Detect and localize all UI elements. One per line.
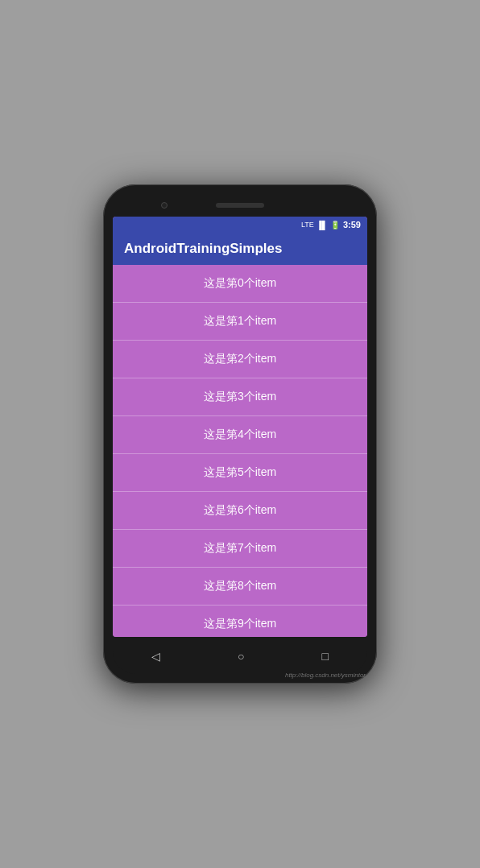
battery-icon: 🔋 bbox=[330, 221, 340, 229]
phone-top bbox=[113, 194, 367, 217]
app-bar: AndroidTrainingSimples bbox=[113, 233, 367, 265]
list-item[interactable]: 这是第6个item bbox=[113, 492, 367, 530]
list-item-text: 这是第3个item bbox=[204, 390, 276, 404]
list-item-text: 这是第1个item bbox=[204, 314, 276, 329]
network-indicator: LTE bbox=[301, 221, 314, 229]
list-item[interactable]: 这是第9个item bbox=[113, 606, 367, 637]
list-item[interactable]: 这是第7个item bbox=[113, 530, 367, 568]
list-item[interactable]: 这是第8个item bbox=[113, 568, 367, 606]
signal-icon: ▐▌ bbox=[317, 221, 328, 229]
phone-screen: LTE ▐▌ 🔋 3:59 AndroidTrainingSimples 这是第… bbox=[113, 217, 367, 637]
phone-speaker bbox=[216, 203, 264, 208]
phone-shell: LTE ▐▌ 🔋 3:59 AndroidTrainingSimples 这是第… bbox=[103, 184, 377, 684]
list-item[interactable]: 这是第0个item bbox=[113, 265, 367, 303]
list-item[interactable]: 这是第3个item bbox=[113, 378, 367, 416]
list-item-text: 这是第4个item bbox=[204, 428, 276, 442]
status-bar-time: 3:59 bbox=[343, 220, 361, 229]
recent-button[interactable]: □ bbox=[312, 645, 338, 668]
list-container[interactable]: 这是第0个item这是第1个item这是第2个item这是第3个item这是第4… bbox=[113, 265, 367, 637]
list-item-text: 这是第0个item bbox=[204, 276, 276, 291]
list-item[interactable]: 这是第5个item bbox=[113, 454, 367, 492]
list-item-text: 这是第5个item bbox=[204, 465, 276, 480]
status-bar: LTE ▐▌ 🔋 3:59 bbox=[113, 217, 367, 233]
back-button[interactable]: ◁ bbox=[142, 645, 170, 668]
app-bar-title: AndroidTrainingSimples bbox=[124, 241, 282, 256]
list-item-text: 这是第7个item bbox=[204, 541, 276, 556]
phone-camera bbox=[161, 202, 168, 209]
phone-bottom-nav: ◁ ○ □ bbox=[113, 639, 367, 674]
list-item[interactable]: 这是第1个item bbox=[113, 303, 367, 341]
list-item-text: 这是第8个item bbox=[204, 579, 276, 593]
list-item-text: 这是第2个item bbox=[204, 352, 276, 366]
status-icons: LTE ▐▌ 🔋 bbox=[301, 221, 340, 229]
list-item-text: 这是第9个item bbox=[204, 617, 276, 631]
list-item[interactable]: 这是第2个item bbox=[113, 341, 367, 378]
home-button[interactable]: ○ bbox=[228, 645, 254, 668]
list-item[interactable]: 这是第4个item bbox=[113, 416, 367, 454]
list-item-text: 这是第6个item bbox=[204, 503, 276, 518]
watermark: http://blog.csdn.net/ysmintor bbox=[285, 672, 366, 679]
